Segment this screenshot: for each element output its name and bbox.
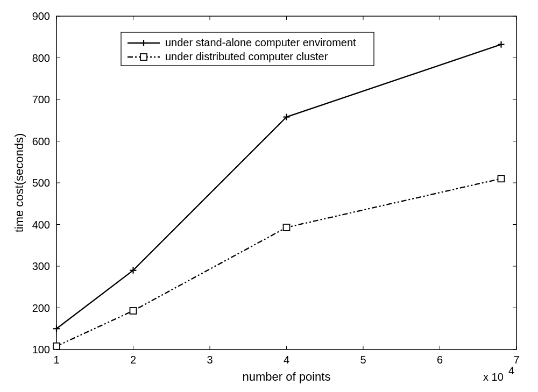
x-multiplier-exp: 4 [508,365,514,376]
y-tick-label: 200 [32,302,50,314]
chart-svg: 1234567100200300400500600700800900number… [0,0,538,392]
series-standalone-line [56,45,501,329]
square-marker [53,343,60,350]
x-multiplier: x 104 [483,365,514,383]
y-tick-label: 800 [32,52,50,64]
x-tick-label: 1 [53,354,59,366]
legend-label-1: under stand-alone computer enviroment [165,37,356,48]
plot-border [56,16,516,350]
y-tick-label: 100 [32,344,50,355]
chart-container: 1234567100200300400500600700800900number… [0,0,538,392]
y-tick-label: 700 [32,94,50,105]
x-tick-label: 6 [437,354,443,366]
y-tick-label: 600 [32,136,50,147]
square-marker [130,308,137,314]
y-tick-label: 500 [32,177,50,189]
square-marker [284,224,290,231]
x-tick-label: 3 [207,354,213,366]
x-tick-label: 7 [513,354,519,366]
x-tick-label: 4 [284,354,289,366]
series-distributed-line [56,179,501,346]
square-marker [498,175,505,182]
y-tick-label: 400 [32,219,50,231]
y-tick-label: 300 [32,260,50,272]
x-tick-label: 5 [360,354,366,366]
x-multiplier-base: x 10 [483,371,504,383]
x-axis-label: number of points [243,370,331,383]
y-axis-label: time cost(seconds) [12,133,26,233]
y-tick-label: 900 [32,10,50,22]
square-icon [140,54,147,60]
plus-marker [498,41,505,48]
legend-label-2: under distributed computer cluster [165,51,328,62]
x-tick-label: 2 [130,354,136,366]
